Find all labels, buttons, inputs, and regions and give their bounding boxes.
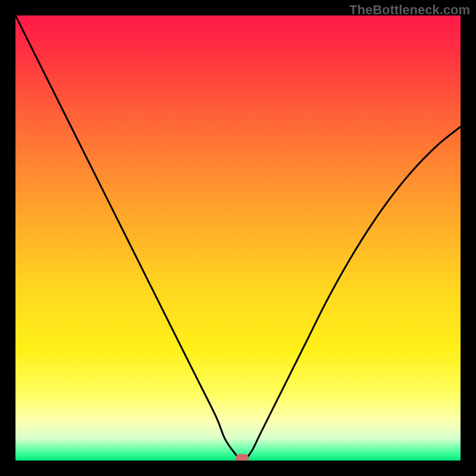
chart-plot-area: [15, 15, 461, 461]
curve-minimum-marker: [236, 454, 249, 461]
bottleneck-curve-line: [15, 15, 461, 461]
watermark-text: TheBottleneck.com: [349, 2, 470, 18]
chart-curve-svg: [15, 15, 461, 461]
